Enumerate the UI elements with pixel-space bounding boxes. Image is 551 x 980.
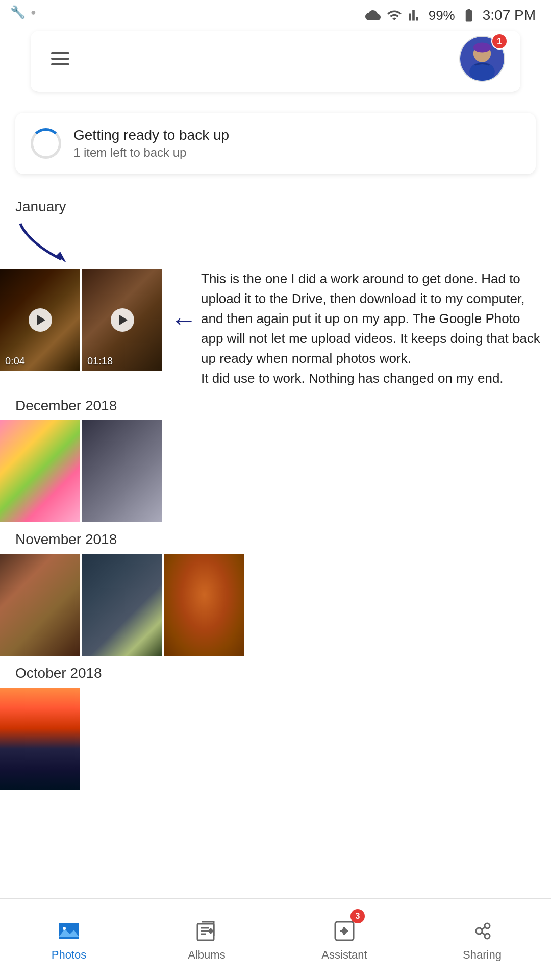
nav-item-albums[interactable]: Albums <box>138 899 276 980</box>
backup-banner[interactable]: Getting ready to back up 1 item left to … <box>15 113 536 174</box>
sharing-nav-label: Sharing <box>463 948 502 962</box>
section-october-2018: October 2018 <box>0 656 551 790</box>
curved-arrow-svg <box>15 221 77 262</box>
arrow-annotation <box>15 221 551 264</box>
sharing-nav-icon <box>469 918 495 944</box>
annotation-text: This is the one I did a work around to g… <box>201 269 543 388</box>
october-photo-row <box>0 688 551 790</box>
nav-item-sharing[interactable]: Sharing <box>413 899 551 980</box>
section-label-oct: October 2018 <box>0 656 551 688</box>
play-triangle <box>37 315 45 325</box>
albums-nav-icon <box>193 918 220 944</box>
left-arrow-icon: ← <box>170 305 197 335</box>
status-right: 99% 3:07 PM <box>365 7 536 23</box>
photos-nav-label: Photos <box>52 948 87 962</box>
albums-nav-label: Albums <box>188 948 225 962</box>
battery-icon <box>461 8 477 23</box>
section-label-january: January <box>0 189 551 221</box>
nav-item-assistant[interactable]: 3 Assistant <box>276 899 413 980</box>
section-january: January 0:04 <box>0 189 551 388</box>
photos-icon <box>57 919 81 943</box>
photo-thumb[interactable]: 0:04 <box>0 269 80 371</box>
avatar-container[interactable]: 1 <box>459 36 505 82</box>
backup-spinner <box>31 128 61 159</box>
photo-thumb[interactable] <box>82 420 162 522</box>
header-container: 1 <box>0 31 551 103</box>
wifi-icon <box>387 8 402 23</box>
january-photos: 0:04 01:18 <box>0 269 162 371</box>
section-december-2018: December 2018 <box>0 388 551 522</box>
photo-thumb[interactable] <box>164 554 244 656</box>
backup-main-text: Getting ready to back up <box>73 127 229 143</box>
menu-button[interactable] <box>46 47 74 70</box>
january-row: 0:04 01:18 ← <box>0 269 551 388</box>
notification-badge: 1 <box>491 33 508 50</box>
backup-text: Getting ready to back up 1 item left to … <box>73 127 229 160</box>
photo-thumb[interactable]: 01:18 <box>82 269 162 371</box>
section-november-2018: November 2018 <box>0 522 551 656</box>
dot-icon: ● <box>31 7 36 18</box>
photo-thumb[interactable] <box>0 688 80 790</box>
assistant-nav-label: Assistant <box>321 948 367 962</box>
content-area: January 0:04 <box>0 184 551 871</box>
video-duration-1: 0:04 <box>5 355 25 367</box>
svg-marker-4 <box>56 252 66 262</box>
wrench-icon: 🔧 <box>10 5 26 19</box>
signal-icon <box>408 8 422 22</box>
video-duration-2: 01:18 <box>87 355 113 367</box>
time-text: 3:07 PM <box>483 7 536 23</box>
battery-text: 99% <box>429 8 455 23</box>
section-label-nov: November 2018 <box>0 522 551 554</box>
cloud-sync-icon <box>365 8 381 23</box>
december-photo-row <box>0 420 551 522</box>
assistant-icon <box>332 919 357 943</box>
svg-line-14 <box>482 927 485 929</box>
photos-nav-icon <box>56 918 82 944</box>
backup-sub-text: 1 item left to back up <box>73 145 229 160</box>
svg-point-11 <box>476 928 482 934</box>
play-triangle <box>119 315 128 325</box>
january-photo-row: 0:04 01:18 <box>0 269 162 371</box>
header: 1 <box>31 31 520 92</box>
bottom-nav: Photos Albums 3 Assistant <box>0 898 551 980</box>
svg-point-13 <box>485 934 490 939</box>
photo-thumb[interactable] <box>0 554 80 656</box>
svg-point-10 <box>342 929 346 933</box>
albums-icon <box>194 919 219 943</box>
svg-line-15 <box>482 932 485 935</box>
photo-thumb[interactable] <box>0 420 80 522</box>
play-button-2[interactable] <box>111 308 134 332</box>
section-label-dec: December 2018 <box>0 388 551 420</box>
svg-point-1 <box>469 62 495 82</box>
photo-thumb[interactable] <box>82 554 162 656</box>
svg-point-7 <box>63 927 66 930</box>
status-bar: 🔧 ● 99% 3:07 PM <box>0 0 551 31</box>
nav-item-photos[interactable]: Photos <box>0 899 138 980</box>
annotation-block: ← This is the one I did a work around to… <box>162 269 551 388</box>
play-button-1[interactable] <box>29 308 52 332</box>
svg-point-12 <box>485 923 490 928</box>
svg-point-3 <box>473 42 491 52</box>
status-bar-left: 🔧 ● <box>10 5 36 19</box>
sharing-icon <box>470 919 494 943</box>
assistant-badge: 3 <box>350 909 365 923</box>
november-photo-row <box>0 554 551 656</box>
